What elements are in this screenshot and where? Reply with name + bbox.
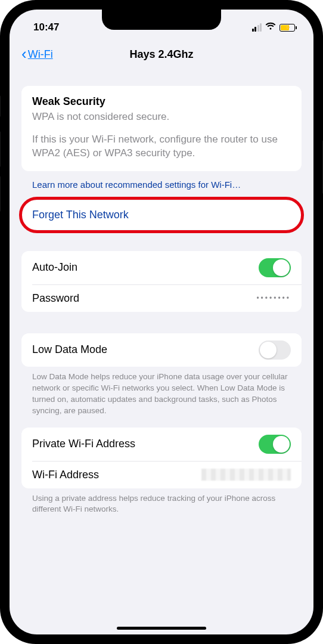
- battery-icon: ⚡: [279, 24, 297, 32]
- page-title: Hays 2.4Ghz: [129, 48, 193, 61]
- password-row[interactable]: Password ••••••••: [32, 284, 302, 312]
- wifi-address-label: Wi-Fi Address: [32, 469, 99, 481]
- low-data-section: Low Data Mode: [21, 333, 302, 367]
- back-label: Wi-Fi: [28, 48, 53, 61]
- private-address-footer: Using a private address helps reduce tra…: [21, 488, 302, 516]
- mute-switch: [0, 95, 1, 117]
- security-warning-section: Weak Security WPA is not considered secu…: [21, 86, 302, 171]
- private-wifi-row: Private Wi-Fi Address: [21, 428, 302, 461]
- password-value: ••••••••: [256, 294, 291, 302]
- volume-down-button: [0, 176, 1, 212]
- notch: [102, 10, 221, 30]
- cellular-icon: [252, 23, 262, 32]
- private-wifi-toggle[interactable]: [259, 435, 291, 454]
- low-data-footer: Low Data Mode helps reduce your iPhone d…: [21, 367, 302, 417]
- phone-screen: 10:47 ⚡ ‹ Wi-Fi: [10, 10, 313, 634]
- wifi-address-value-redacted: [201, 469, 291, 481]
- auto-join-toggle[interactable]: [259, 258, 291, 277]
- security-subtitle: WPA is not considered secure.: [32, 110, 291, 123]
- low-data-label: Low Data Mode: [32, 343, 107, 356]
- low-data-toggle[interactable]: [259, 340, 291, 360]
- wifi-address-row[interactable]: Wi-Fi Address: [32, 461, 302, 488]
- security-title: Weak Security: [32, 95, 291, 108]
- password-label: Password: [32, 292, 79, 305]
- status-time: 10:47: [33, 21, 59, 33]
- phone-frame: 10:47 ⚡ ‹ Wi-Fi: [0, 0, 323, 644]
- private-wifi-label: Private Wi-Fi Address: [32, 438, 135, 450]
- forget-network-section: Forget This Network: [21, 200, 302, 230]
- security-description: If this is your Wi-Fi network, configure…: [32, 133, 291, 160]
- back-button[interactable]: ‹ Wi-Fi: [21, 48, 53, 61]
- status-indicators: ⚡: [252, 21, 297, 33]
- low-data-row: Low Data Mode: [21, 333, 302, 367]
- connection-section: Auto-Join Password ••••••••: [21, 251, 302, 312]
- private-address-section: Private Wi-Fi Address Wi-Fi Address: [21, 428, 302, 488]
- forget-network-button[interactable]: Forget This Network: [21, 200, 302, 230]
- wifi-icon: [265, 21, 276, 33]
- nav-bar: ‹ Wi-Fi Hays 2.4Ghz: [10, 39, 313, 69]
- auto-join-label: Auto-Join: [32, 261, 77, 274]
- learn-more-link[interactable]: Learn more about recommended settings fo…: [21, 171, 302, 190]
- auto-join-row: Auto-Join: [21, 251, 302, 284]
- content-scroll[interactable]: Weak Security WPA is not considered secu…: [10, 69, 313, 634]
- chevron-left-icon: ‹: [21, 46, 27, 61]
- volume-up-button: [0, 131, 1, 167]
- home-indicator[interactable]: [117, 627, 206, 630]
